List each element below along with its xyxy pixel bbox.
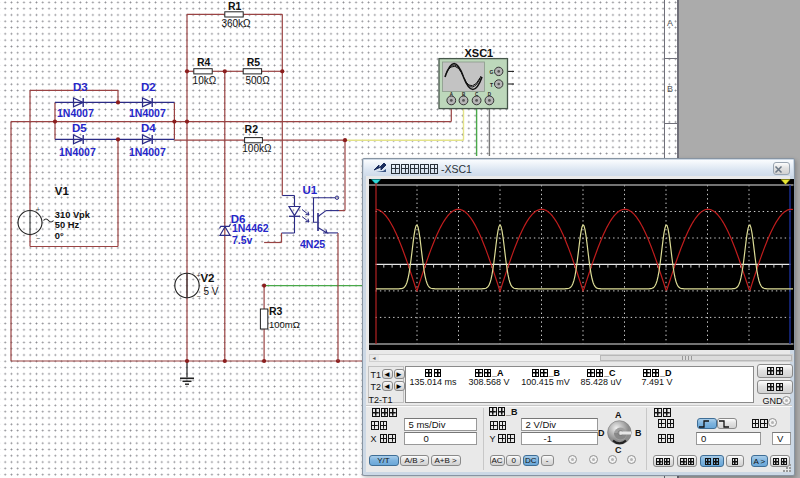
- svg-text:−: −: [197, 293, 201, 300]
- svg-text:R1: R1: [228, 0, 242, 12]
- svg-text:1N4007: 1N4007: [129, 107, 166, 119]
- svg-text:1N4007: 1N4007: [59, 146, 96, 158]
- svg-text:V1: V1: [55, 185, 70, 197]
- svg-text:0°: 0°: [55, 231, 64, 241]
- svg-text:5 V: 5 V: [204, 286, 219, 297]
- svg-text:G: G: [490, 69, 494, 75]
- svg-text:T: T: [490, 82, 493, 88]
- svg-text:1N4462: 1N4462: [232, 222, 269, 234]
- svg-text:10kΩ: 10kΩ: [193, 75, 217, 86]
- svg-text:−: −: [36, 235, 40, 242]
- svg-text:7.5v: 7.5v: [232, 234, 253, 246]
- svg-text:1N4007: 1N4007: [57, 107, 94, 119]
- svg-text:R4: R4: [197, 56, 211, 68]
- svg-text:U1: U1: [303, 184, 318, 196]
- svg-text:360kΩ: 360kΩ: [221, 18, 251, 29]
- svg-text:R2: R2: [245, 123, 259, 135]
- svg-text:R3: R3: [269, 305, 283, 317]
- svg-text:D2: D2: [141, 81, 156, 93]
- svg-text:500Ω: 500Ω: [246, 75, 271, 86]
- svg-text:D3: D3: [73, 81, 88, 93]
- svg-text:D4: D4: [141, 122, 156, 134]
- svg-text:R5: R5: [247, 56, 261, 68]
- svg-text:D5: D5: [72, 122, 87, 134]
- svg-text:+: +: [197, 272, 201, 279]
- svg-text:50 Hz: 50 Hz: [55, 220, 80, 230]
- svg-text:+: +: [36, 206, 40, 213]
- svg-text:1N4007: 1N4007: [129, 146, 166, 158]
- svg-text:100mΩ: 100mΩ: [269, 319, 300, 330]
- svg-text:100kΩ: 100kΩ: [242, 143, 272, 154]
- svg-text:4N25: 4N25: [300, 238, 325, 250]
- svg-text:XSC1: XSC1: [465, 47, 494, 59]
- svg-text:V2: V2: [200, 272, 214, 284]
- svg-text:310 Vpk: 310 Vpk: [55, 210, 91, 220]
